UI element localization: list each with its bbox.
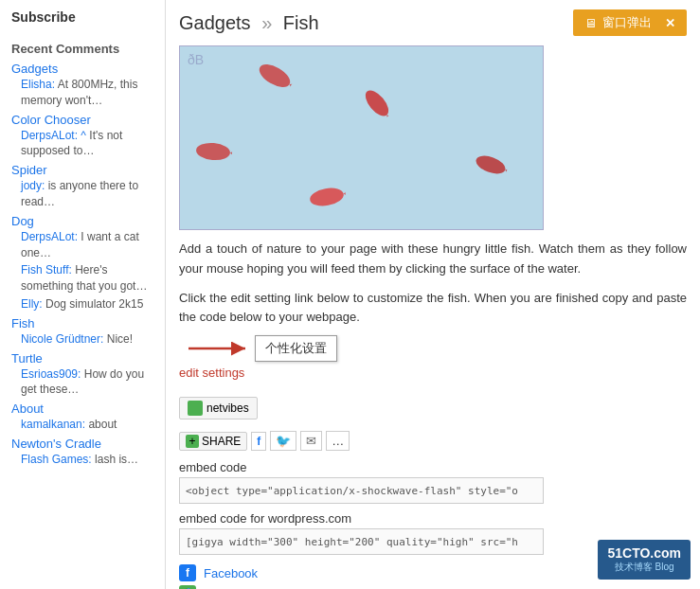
page-title: Gadgets » Fish bbox=[179, 12, 319, 34]
recent-comments-label: Recent Comments bbox=[11, 42, 153, 56]
embed-code-section: embed code bbox=[179, 460, 687, 504]
spider-link[interactable]: Spider bbox=[11, 163, 153, 177]
sidebar-item-newtons-cradle[interactable]: Newton's Cradle bbox=[11, 437, 153, 451]
dog-link[interactable]: Dog bbox=[11, 214, 153, 228]
comment-author-nicole[interactable]: Nicole Grüdtner: bbox=[21, 332, 103, 346]
comment-elly: Elly: Dog simulator 2k15 bbox=[21, 296, 153, 312]
close-icon[interactable]: ✕ bbox=[665, 16, 675, 30]
turtle-link[interactable]: Turtle bbox=[11, 351, 153, 366]
watermark: 51CTO.com 技术博客 Blog bbox=[598, 540, 691, 580]
tooltip-text: 个性化设置 bbox=[265, 341, 327, 355]
main-content: Gadgets » Fish 🖥 窗口弹出 ✕ ðB bbox=[166, 0, 700, 589]
comment-derps: DerpsALot: ^ It's not supposed to… bbox=[21, 128, 153, 160]
title-fish: Fish bbox=[283, 12, 319, 33]
comment-author-derps2[interactable]: DerpsALot: bbox=[21, 230, 78, 243]
watermark-subtitle: 技术博客 Blog bbox=[607, 561, 681, 574]
comment-derps2: DerpsALot: I want a cat one… bbox=[21, 229, 153, 261]
comment-author-derps[interactable]: DerpsALot: ^ bbox=[21, 129, 86, 142]
share-button[interactable]: + SHARE bbox=[179, 432, 247, 451]
svg-point-8 bbox=[474, 152, 508, 177]
popup-button[interactable]: 🖥 窗口弹出 ✕ bbox=[573, 9, 687, 36]
comment-fish-stuff: Fish Stuff: Here's something that you go… bbox=[21, 262, 153, 294]
comment-author-elly[interactable]: Elly: bbox=[21, 297, 43, 311]
sidebar-item-turtle[interactable]: Turtle bbox=[11, 351, 153, 366]
popup-button-label: 窗口弹出 bbox=[602, 14, 652, 31]
sidebar-item-color-chooser[interactable]: Color Chooser bbox=[11, 113, 153, 127]
edit-settings-link[interactable]: edit settings bbox=[179, 366, 244, 380]
netvibes-icon bbox=[188, 401, 203, 416]
tooltip-box: 个性化设置 bbox=[255, 335, 337, 362]
embed-code-label: embed code bbox=[179, 460, 687, 474]
comment-author-kamal[interactable]: kamalkanan: bbox=[21, 418, 85, 431]
subscribe-label: Subscribe bbox=[11, 9, 153, 30]
fish-description: Add a touch of nature to your page with … bbox=[179, 240, 687, 279]
sidebar-item-dog[interactable]: Dog bbox=[11, 214, 153, 228]
title-separator: » bbox=[261, 12, 272, 33]
click-description: Click the edit setting link below to cus… bbox=[179, 289, 687, 329]
facebook-label[interactable]: Facebook bbox=[204, 566, 258, 580]
svg-point-2 bbox=[361, 86, 392, 119]
comment-elisha: Elisha: At 800MHz, this memory won't… bbox=[21, 77, 153, 109]
comment-esrioas: Esrioas909: How do you get these… bbox=[21, 366, 153, 399]
comment-kamal: kamalkanan: about bbox=[21, 417, 153, 433]
watermark-site: 51CTO.com bbox=[607, 545, 681, 561]
netvibes-label: netvibes bbox=[206, 402, 249, 415]
more-share-icon[interactable]: … bbox=[326, 431, 350, 451]
sidebar-item-gadgets[interactable]: Gadgets bbox=[11, 62, 153, 76]
title-gadgets: Gadgets bbox=[179, 12, 251, 33]
sidebar-item-fish[interactable]: Fish bbox=[11, 316, 153, 330]
facebook-share-icon[interactable]: f bbox=[251, 432, 266, 451]
comment-nicole: Nicole Grüdtner: Nice! bbox=[21, 331, 153, 348]
netvibes-wrapper: netvibes bbox=[179, 397, 687, 425]
page-header: Gadgets » Fish 🖥 窗口弹出 ✕ bbox=[179, 9, 687, 36]
color-chooser-link[interactable]: Color Chooser bbox=[11, 113, 153, 127]
edit-settings-wrapper: edit settings bbox=[179, 366, 687, 389]
tooltip-wrapper: 个性化设置 bbox=[179, 335, 687, 362]
sidebar-item-about[interactable]: About bbox=[11, 402, 153, 416]
google-icon bbox=[179, 585, 196, 589]
embed-code-input[interactable] bbox=[179, 477, 544, 504]
google-social-item[interactable]: Google Bookmark "Fish" bbox=[179, 585, 687, 589]
fish-preview: ðB bbox=[179, 45, 544, 230]
email-share-icon[interactable]: ✉ bbox=[300, 431, 322, 451]
monitor-icon: 🖥 bbox=[584, 16, 597, 30]
twitter-share-icon[interactable]: 🐦 bbox=[270, 431, 296, 451]
comment-author-flash[interactable]: Flash Games: bbox=[21, 453, 92, 466]
red-arrow-icon bbox=[179, 337, 255, 360]
sidebar: Subscribe Recent Comments Gadgets Elisha… bbox=[0, 0, 166, 589]
fish-2 bbox=[359, 84, 395, 122]
netvibes-button[interactable]: netvibes bbox=[179, 397, 258, 419]
preview-text: ðB bbox=[188, 52, 204, 67]
share-bar: + SHARE f 🐦 ✉ … bbox=[179, 431, 687, 451]
newtons-cradle-link[interactable]: Newton's Cradle bbox=[11, 437, 153, 451]
comment-jody: jody: is anyone there to read… bbox=[21, 178, 153, 210]
share-icon: + bbox=[186, 435, 199, 448]
fish-3 bbox=[193, 139, 233, 163]
embed-wp-input[interactable] bbox=[179, 528, 544, 555]
comment-author-esrioas[interactable]: Esrioas909: bbox=[21, 367, 81, 381]
about-link[interactable]: About bbox=[11, 402, 153, 416]
svg-point-6 bbox=[309, 186, 346, 208]
fish-4 bbox=[306, 184, 347, 211]
fish-1 bbox=[253, 57, 296, 94]
svg-point-0 bbox=[256, 60, 294, 92]
comment-author-jody[interactable]: jody: bbox=[21, 179, 45, 192]
svg-point-4 bbox=[195, 141, 230, 161]
gadgets-link[interactable]: Gadgets bbox=[11, 62, 153, 76]
share-label: SHARE bbox=[202, 435, 241, 448]
facebook-icon: f bbox=[179, 564, 196, 581]
embed-wp-label: embed code for wordpress.com bbox=[179, 511, 687, 526]
fish-5 bbox=[472, 150, 511, 179]
fish-link[interactable]: Fish bbox=[11, 316, 153, 330]
comment-flash: Flash Games: lash is… bbox=[21, 452, 153, 468]
comment-author-fish-stuff[interactable]: Fish Stuff: bbox=[21, 263, 72, 277]
comment-author-elisha[interactable]: Elisha: bbox=[21, 78, 55, 91]
sidebar-item-spider[interactable]: Spider bbox=[11, 163, 153, 177]
